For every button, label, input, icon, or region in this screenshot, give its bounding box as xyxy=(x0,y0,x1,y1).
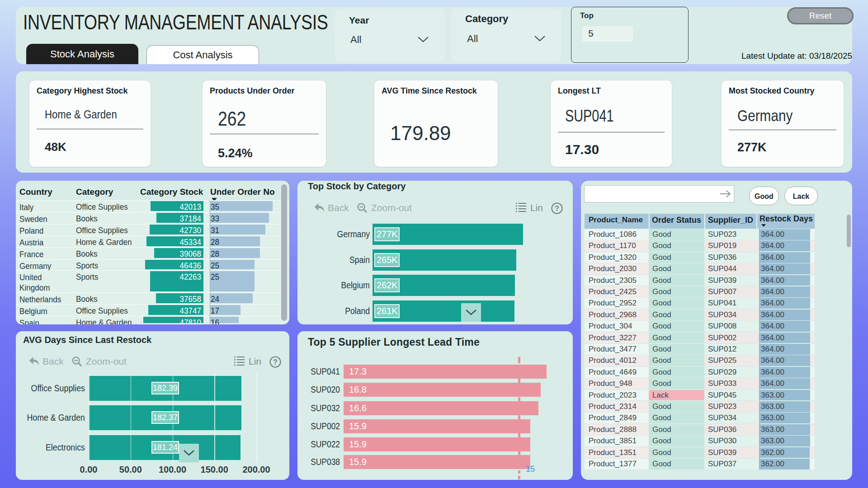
svg-text:?: ? xyxy=(273,358,278,366)
svg-text:?: ? xyxy=(555,205,559,212)
